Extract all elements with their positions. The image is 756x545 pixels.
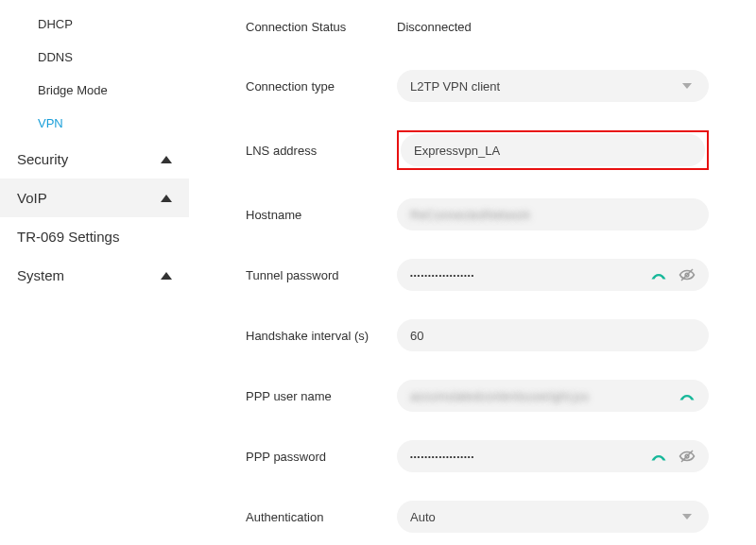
sidebar-item-ddns[interactable]: DDNS xyxy=(0,41,189,74)
ppp-username-label: PPP user name xyxy=(246,389,397,403)
tunnel-password-input[interactable]: •••••••••••••••••• xyxy=(397,259,709,291)
vpn-icon xyxy=(679,387,696,404)
hostname-value: ReConnectedNetwork xyxy=(410,208,696,222)
chevron-down-icon xyxy=(679,77,696,94)
tunnel-password-value: •••••••••••••••••• xyxy=(410,271,650,280)
eye-off-icon[interactable] xyxy=(679,448,696,465)
ppp-username-value: accumulatedcontentsuseright.jus xyxy=(410,389,679,403)
handshake-interval-input[interactable]: 60 xyxy=(397,319,709,351)
ppp-password-label: PPP password xyxy=(246,450,397,464)
connection-status-value: Disconnected xyxy=(397,20,472,34)
authentication-select[interactable]: Auto xyxy=(397,501,709,533)
ppp-password-value: •••••••••••••••••• xyxy=(410,452,650,461)
hostname-label: Hostname xyxy=(246,208,397,222)
sidebar-section-label: VoIP xyxy=(17,190,47,206)
vpn-icon xyxy=(650,448,667,465)
handshake-interval-value: 60 xyxy=(410,329,696,343)
handshake-interval-label: Handshake interval (s) xyxy=(246,329,397,343)
chevron-down-icon xyxy=(679,508,696,525)
sidebar-section-security[interactable]: Security xyxy=(0,140,189,179)
eye-off-icon[interactable] xyxy=(679,266,696,283)
authentication-label: Authentication xyxy=(246,510,397,524)
sidebar-item-vpn[interactable]: VPN xyxy=(0,107,189,140)
sidebar-section-tr069[interactable]: TR-069 Settings xyxy=(0,217,189,256)
connection-status-label: Connection Status xyxy=(246,20,397,34)
ppp-username-input[interactable]: accumulatedcontentsuseright.jus xyxy=(397,380,709,412)
connection-type-label: Connection type xyxy=(246,79,397,94)
sidebar-section-label: Security xyxy=(17,151,68,167)
chevron-up-icon xyxy=(161,195,172,202)
sidebar-section-voip[interactable]: VoIP xyxy=(0,179,189,217)
sidebar-item-dhcp[interactable]: DHCP xyxy=(0,8,189,41)
lns-address-input[interactable]: Expressvpn_LA xyxy=(401,134,705,166)
sidebar-section-label: System xyxy=(17,267,64,283)
ppp-password-input[interactable]: •••••••••••••••••• xyxy=(397,440,709,472)
chevron-up-icon xyxy=(161,156,172,163)
sidebar-section-system[interactable]: System xyxy=(0,256,189,295)
connection-type-value: L2TP VPN client xyxy=(410,79,679,94)
authentication-value: Auto xyxy=(410,510,679,524)
vpn-icon xyxy=(650,266,667,283)
sidebar-item-bridge-mode[interactable]: Bridge Mode xyxy=(0,74,189,107)
sidebar: DHCP DDNS Bridge Mode VPN Security VoIP … xyxy=(0,0,189,545)
main-panel: Connection Status Disconnected Connectio… xyxy=(189,0,756,545)
lns-address-label: LNS address xyxy=(246,144,397,158)
tunnel-password-label: Tunnel password xyxy=(246,268,397,282)
hostname-input[interactable]: ReConnectedNetwork xyxy=(397,198,709,230)
lns-address-value: Expressvpn_LA xyxy=(414,144,692,158)
chevron-up-icon xyxy=(161,272,172,280)
connection-type-select[interactable]: L2TP VPN client xyxy=(397,70,709,102)
sidebar-section-label: TR-069 Settings xyxy=(17,229,119,245)
